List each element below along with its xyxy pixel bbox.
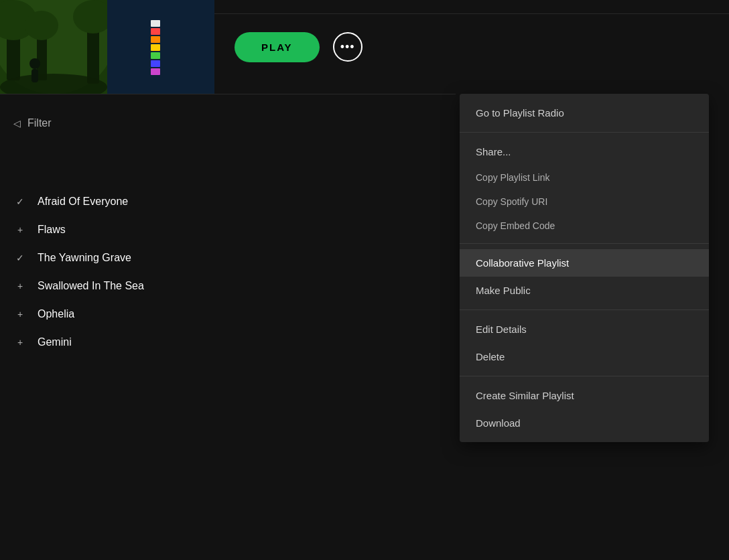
copy-playlist-link-item[interactable]: Copy Playlist Link: [460, 165, 709, 190]
song-title: Swallowed In The Sea: [38, 280, 144, 292]
share-item[interactable]: Share...: [460, 138, 709, 165]
controls-area: PLAY •••: [214, 32, 362, 62]
song-indicator: ✓: [13, 253, 27, 263]
context-menu: Go to Playlist Radio Share... Copy Playl…: [460, 94, 709, 442]
go-to-playlist-radio-item[interactable]: Go to Playlist Radio: [460, 99, 709, 127]
ellipsis-icon: •••: [340, 40, 355, 54]
song-item[interactable]: + Flaws: [0, 216, 456, 244]
song-indicator: +: [13, 224, 27, 235]
copy-spotify-uri-item[interactable]: Copy Spotify URI: [460, 190, 709, 214]
album-art-2: [107, 0, 214, 94]
song-item[interactable]: + Gemini: [0, 328, 456, 356]
song-indicator: +: [13, 281, 27, 291]
filter-label: Filter: [27, 117, 52, 129]
delete-item[interactable]: Delete: [460, 343, 709, 370]
song-title: Ophelia: [38, 308, 74, 320]
svg-rect-12: [151, 20, 160, 27]
play-button[interactable]: PLAY: [235, 32, 320, 62]
svg-rect-13: [151, 28, 160, 35]
song-indicator: ✓: [13, 196, 27, 207]
separator: [0, 94, 456, 94]
filter-area: ◁ Filter: [13, 117, 52, 129]
top-area: PLAY •••: [0, 0, 456, 94]
svg-rect-11: [107, 0, 214, 94]
menu-section-share: Share... Copy Playlist Link Copy Spotify…: [460, 133, 709, 244]
create-similar-playlist-item[interactable]: Create Similar Playlist: [460, 382, 709, 409]
svg-point-7: [25, 11, 58, 40]
menu-section-create: Create Similar Playlist Download: [460, 376, 709, 442]
song-indicator: +: [13, 309, 27, 320]
album-art-1: [0, 0, 107, 94]
filter-icon: ◁: [13, 118, 21, 129]
menu-section-collab: Collaborative Playlist Make Public: [460, 244, 709, 310]
song-item[interactable]: ✓ Afraid Of Everyone: [0, 188, 456, 216]
song-title: Flaws: [38, 224, 66, 236]
svg-rect-16: [151, 52, 160, 59]
svg-rect-17: [151, 60, 160, 67]
song-title: The Yawning Grave: [38, 252, 131, 264]
more-options-button[interactable]: •••: [333, 32, 362, 62]
edit-details-item[interactable]: Edit Details: [460, 316, 709, 343]
song-indicator: +: [13, 337, 27, 348]
song-item[interactable]: ✓ The Yawning Grave: [0, 244, 456, 272]
song-title: Afraid Of Everyone: [38, 196, 128, 208]
svg-rect-18: [151, 68, 160, 75]
svg-rect-15: [151, 44, 160, 51]
song-item[interactable]: + Ophelia: [0, 300, 456, 328]
svg-rect-10: [31, 69, 38, 82]
song-item[interactable]: + Swallowed In The Sea: [0, 272, 456, 300]
download-item[interactable]: Download: [460, 409, 709, 437]
song-list: ✓ Afraid Of Everyone + Flaws ✓ The Yawni…: [0, 154, 456, 356]
copy-embed-code-item[interactable]: Copy Embed Code: [460, 214, 709, 238]
menu-section-edit: Edit Details Delete: [460, 310, 709, 376]
svg-rect-14: [151, 36, 160, 43]
menu-section-radio: Go to Playlist Radio: [460, 94, 709, 133]
collaborative-playlist-item[interactable]: Collaborative Playlist: [460, 249, 709, 277]
song-title: Gemini: [38, 336, 72, 348]
svg-point-9: [29, 58, 40, 69]
make-public-item[interactable]: Make Public: [460, 277, 709, 304]
